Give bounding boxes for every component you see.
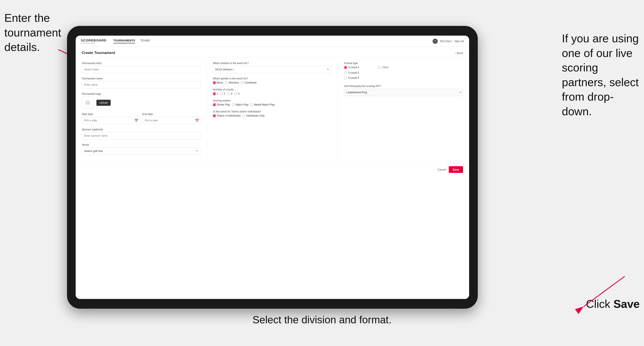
annotation-bottomright: Click Save xyxy=(586,297,640,312)
annotation-topleft: Enter the tournament details. xyxy=(4,11,65,55)
form-container: Tournament Host Tournament name Tourname… xyxy=(76,57,469,163)
format-6count4-radio[interactable] xyxy=(344,71,347,74)
back-link[interactable]: Back xyxy=(455,51,463,55)
round-1[interactable]: 1 xyxy=(213,92,218,95)
round-3-label: 3 xyxy=(231,92,232,95)
gender-radio-group: Mens Womens Combined xyxy=(213,81,332,84)
host-label: Tournament Host xyxy=(82,62,200,65)
format-6count5-radio[interactable] xyxy=(344,76,347,79)
name-group: Tournament name xyxy=(82,77,200,88)
avatar: T xyxy=(432,39,438,44)
gender-womens-radio[interactable] xyxy=(225,81,228,84)
round-2-label: 2 xyxy=(224,92,225,95)
gender-mens-radio[interactable] xyxy=(213,81,216,84)
teams-individuals-radio[interactable] xyxy=(242,114,245,117)
scoring-label: Scoring system xyxy=(213,99,332,102)
round-4[interactable]: 4 xyxy=(234,92,240,95)
round-2[interactable]: 2 xyxy=(220,92,225,95)
annotation-topright: If you are using one of our live scoring… xyxy=(562,31,640,119)
name-label: Tournament name xyxy=(82,77,200,80)
upload-button[interactable]: Upload xyxy=(96,100,111,106)
venue-select[interactable]: Search golf club xyxy=(82,148,200,155)
format-5count4[interactable]: 5 count 4 Other xyxy=(344,66,463,69)
teams-teams-radio[interactable] xyxy=(213,114,216,117)
calendar-icon: 📅 xyxy=(134,119,138,122)
live-scoring-wrap: ✕ xyxy=(344,89,463,96)
round-2-radio[interactable] xyxy=(220,92,223,95)
round-4-label: 4 xyxy=(238,92,240,95)
round-3[interactable]: 3 xyxy=(227,92,232,95)
gender-label: Which gender is the event for? xyxy=(213,77,332,80)
nav-tournaments[interactable]: TOURNAMENTS xyxy=(113,39,135,43)
logo-placeholder: 🖼 xyxy=(82,97,94,109)
division-label: Which division is the event for? xyxy=(213,62,332,65)
tablet-screen: SCOREBOARD Powered by clippit TOURNAMENT… xyxy=(76,36,469,299)
gender-womens[interactable]: Womens xyxy=(225,81,239,84)
main-content: Create Tournament Back Tournament Host T… xyxy=(76,47,469,299)
scoring-stroke-radio[interactable] xyxy=(213,103,216,106)
gender-mens[interactable]: Mens xyxy=(213,81,223,84)
format-options: 5 count 4 Other 6 count 4 xyxy=(344,66,463,79)
scoring-medal[interactable]: Medal Match Play xyxy=(250,103,274,106)
live-scoring-label: Use third-party live scoring API? xyxy=(344,85,463,88)
tablet-frame: SCOREBOARD Powered by clippit TOURNAMENT… xyxy=(67,26,478,309)
sponsor-group: Sponsor (optional) xyxy=(82,128,200,140)
date-group: Start date 📅 End date 📅 xyxy=(82,113,200,124)
other-label: Other xyxy=(378,66,389,69)
end-date-group: End date 📅 xyxy=(142,113,200,124)
main-nav: TOURNAMENTS TEAMS xyxy=(113,39,432,43)
logo-label: Tournament logo xyxy=(82,92,200,95)
teams-individuals[interactable]: Individuals Only xyxy=(242,114,264,117)
user-label: Test User | xyxy=(440,40,452,43)
teams-group: Is this event for Teams and/or Individua… xyxy=(213,110,332,117)
page-title: Create Tournament xyxy=(82,51,115,55)
gender-combined-label: Combined xyxy=(244,81,256,84)
host-input[interactable] xyxy=(82,66,200,73)
logo-upload-area: 🖼 Upload xyxy=(82,97,200,109)
teams-label: Is this event for Teams and/or Individua… xyxy=(213,110,332,113)
scoring-stroke-label: Stroke Play xyxy=(217,103,230,106)
cancel-button[interactable]: Cancel xyxy=(437,168,446,171)
scoring-match-radio[interactable] xyxy=(232,103,235,106)
teams-teams[interactable]: Teams (+Individuals) xyxy=(213,114,240,117)
format-6count5-label: 6 count 5 xyxy=(348,76,359,79)
start-date-label: Start date xyxy=(82,113,140,116)
annotation-bottomcenter: Select the division and format. xyxy=(252,313,392,327)
rounds-radio-group: 1 2 3 4 xyxy=(213,92,332,95)
form-col-1: Tournament Host Tournament name Tourname… xyxy=(76,62,207,159)
scoring-match[interactable]: Match Play xyxy=(232,103,248,106)
clear-icon[interactable]: ✕ xyxy=(459,91,462,94)
rounds-label: Number of rounds xyxy=(213,88,332,91)
end-date-label: End date xyxy=(142,113,200,116)
scoring-stroke[interactable]: Stroke Play xyxy=(213,103,230,106)
format-5count4-radio[interactable] xyxy=(344,66,347,69)
round-1-radio[interactable] xyxy=(213,92,216,95)
scoring-medal-label: Medal Match Play xyxy=(254,103,274,106)
logo-group: Tournament logo 🖼 Upload xyxy=(82,92,200,109)
scoring-radio-group: Stroke Play Match Play Medal Match Play xyxy=(213,103,332,106)
live-scoring-input[interactable] xyxy=(344,89,463,96)
form-col-2: Which division is the event for? NCAA Di… xyxy=(207,62,338,159)
start-date-wrap: 📅 xyxy=(82,117,140,124)
page-header: Create Tournament Back xyxy=(76,47,469,57)
signout-link[interactable]: Sign out xyxy=(454,40,464,43)
round-3-radio[interactable] xyxy=(227,92,230,95)
end-date-input[interactable] xyxy=(142,117,200,124)
scoring-medal-radio[interactable] xyxy=(250,103,253,106)
division-select[interactable]: NCAA Division I xyxy=(213,66,332,73)
name-input[interactable] xyxy=(82,81,200,88)
logo-text: SCOREBOARD xyxy=(81,38,106,42)
sponsor-input[interactable] xyxy=(82,132,200,140)
round-4-radio[interactable] xyxy=(234,92,237,95)
scoring-match-label: Match Play xyxy=(236,103,248,106)
gender-combined-radio[interactable] xyxy=(240,81,244,84)
start-date-input[interactable] xyxy=(82,117,140,124)
save-button[interactable]: Save xyxy=(449,166,463,173)
gender-mens-label: Mens xyxy=(217,81,223,84)
venue-group: Venue Search golf club xyxy=(82,143,200,155)
format-6count4[interactable]: 6 count 4 xyxy=(344,71,463,74)
nav-teams[interactable]: TEAMS xyxy=(140,39,150,43)
format-6count5[interactable]: 6 count 5 xyxy=(344,76,463,79)
gender-combined[interactable]: Combined xyxy=(240,81,256,84)
host-group: Tournament Host xyxy=(82,62,200,73)
